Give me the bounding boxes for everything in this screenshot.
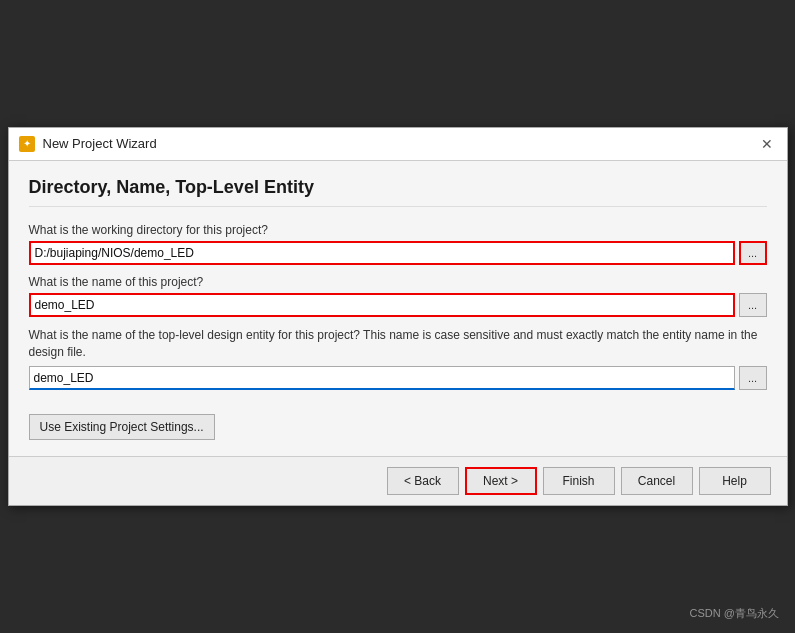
use-existing-button[interactable]: Use Existing Project Settings... [29,414,215,440]
title-bar-left: New Project Wizard [19,136,157,152]
toplevel-label: What is the name of the top-level design… [29,327,767,361]
name-row: ... [29,293,767,317]
finish-button[interactable]: Finish [543,467,615,495]
cancel-button[interactable]: Cancel [621,467,693,495]
back-button[interactable]: < Back [387,467,459,495]
toplevel-input[interactable] [29,366,735,390]
wizard-content: Directory, Name, Top-Level Entity What i… [9,161,787,457]
name-browse-button[interactable]: ... [739,293,767,317]
next-button[interactable]: Next > [465,467,537,495]
directory-input[interactable] [29,241,735,265]
toplevel-row: ... [29,366,767,390]
new-project-wizard-dialog: New Project Wizard ✕ Directory, Name, To… [8,127,788,507]
wizard-footer: < Back Next > Finish Cancel Help [9,456,787,505]
toplevel-field-group: What is the name of the top-level design… [29,327,767,391]
directory-label: What is the working directory for this p… [29,223,767,237]
watermark: CSDN @青鸟永久 [690,606,779,621]
name-label: What is the name of this project? [29,275,767,289]
help-button[interactable]: Help [699,467,771,495]
title-bar: New Project Wizard ✕ [9,128,787,161]
wizard-icon [19,136,35,152]
directory-field-group: What is the working directory for this p… [29,223,767,265]
page-title: Directory, Name, Top-Level Entity [29,177,767,207]
toplevel-browse-button[interactable]: ... [739,366,767,390]
title-bar-text: New Project Wizard [43,136,157,151]
name-input[interactable] [29,293,735,317]
name-field-group: What is the name of this project? ... [29,275,767,317]
directory-browse-button[interactable]: ... [739,241,767,265]
close-button[interactable]: ✕ [757,134,777,154]
directory-row: ... [29,241,767,265]
